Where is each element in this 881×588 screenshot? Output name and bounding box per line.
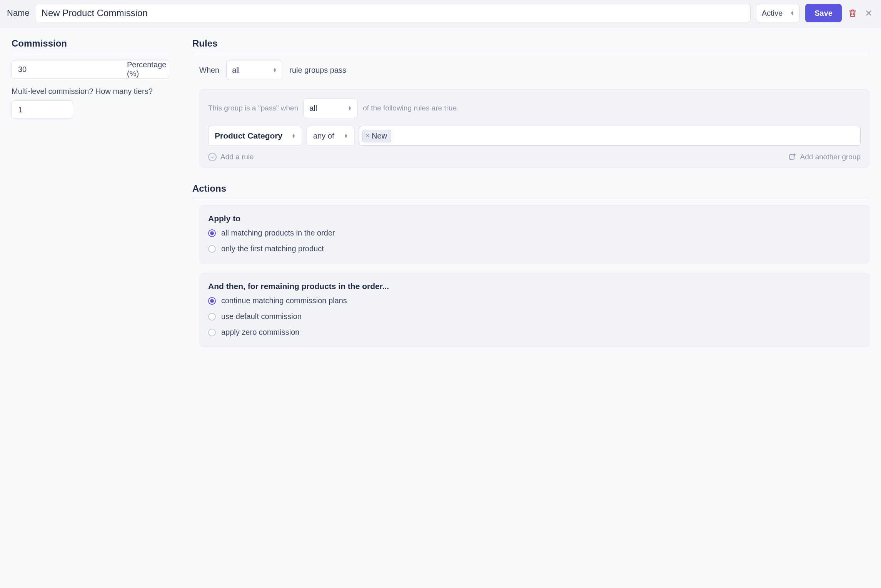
apply-to-heading: Apply to <box>208 214 861 223</box>
status-value: Active <box>762 9 783 18</box>
rule-operator-select[interactable]: any of ▲▼ <box>307 126 354 146</box>
commission-type-label: Percentage (%) <box>127 60 166 78</box>
chevron-updown-icon: ▲▼ <box>344 134 348 138</box>
chevron-updown-icon: ▲▼ <box>273 68 277 72</box>
group-mode-value: all <box>309 104 317 113</box>
chip-label: New <box>372 132 387 140</box>
radio-icon <box>208 313 216 321</box>
group-condition-row: This group is a "pass" when all ▲▼ of th… <box>208 98 861 118</box>
apply-to-option-label: all matching products in the order <box>221 229 335 237</box>
commission-value-input[interactable] <box>12 60 122 78</box>
svg-rect-2 <box>789 155 794 159</box>
commission-section-title: Commission <box>12 38 169 53</box>
radio-icon <box>208 329 216 336</box>
close-button[interactable] <box>863 8 874 18</box>
rule-value-chip[interactable]: ✕ New <box>362 130 391 142</box>
rule-value-input[interactable]: ✕ New <box>359 126 861 146</box>
when-prefix: When <box>199 66 219 75</box>
name-input[interactable] <box>35 4 751 22</box>
commission-amount-row: Percentage (%) ▲▼ <box>12 60 169 79</box>
rules-section-title: Rules <box>192 38 869 53</box>
rule-field-value: Product Category <box>215 131 282 140</box>
commission-type-select[interactable]: Percentage (%) ▲▼ <box>122 60 169 78</box>
then-option-label: continue matching commission plans <box>221 296 347 305</box>
add-group-button[interactable]: Add another group <box>789 153 861 161</box>
rule-field-select[interactable]: Product Category ▲▼ <box>208 126 302 146</box>
then-option-label: apply zero commission <box>221 328 299 337</box>
apply-to-option-all[interactable]: all matching products in the order <box>208 229 861 237</box>
editor-header: Name Active ▲▼ Save <box>0 0 881 27</box>
then-option-zero[interactable]: apply zero commission <box>208 328 861 337</box>
add-rule-button[interactable]: + Add a rule <box>208 153 254 161</box>
tiers-input[interactable] <box>12 100 73 119</box>
apply-to-option-label: only the first matching product <box>221 244 324 253</box>
when-mode-value: all <box>232 66 240 75</box>
add-group-label: Add another group <box>800 153 861 161</box>
when-mode-select[interactable]: all ▲▼ <box>226 60 282 80</box>
save-button[interactable]: Save <box>805 4 842 22</box>
radio-icon <box>208 245 216 253</box>
name-label: Name <box>7 8 30 18</box>
close-icon <box>864 9 873 17</box>
rule-operator-value: any of <box>313 132 334 140</box>
add-group-icon <box>789 153 796 161</box>
then-option-default[interactable]: use default commission <box>208 312 861 321</box>
group-footer: + Add a rule Add another group <box>208 153 861 161</box>
add-rule-label: Add a rule <box>220 153 254 161</box>
rule-row: Product Category ▲▼ any of ▲▼ ✕ New <box>208 126 861 146</box>
group-prefix: This group is a "pass" when <box>208 104 298 112</box>
apply-to-option-first[interactable]: only the first matching product <box>208 244 861 253</box>
group-suffix: of the following rules are true. <box>363 104 459 112</box>
then-option-continue[interactable]: continue matching commission plans <box>208 296 861 305</box>
chip-remove-icon[interactable]: ✕ <box>365 132 370 139</box>
then-heading: And then, for remaining products in the … <box>208 282 861 291</box>
trash-icon <box>848 9 857 17</box>
apply-to-box: Apply to all matching products in the or… <box>199 205 869 264</box>
delete-button[interactable] <box>847 8 858 18</box>
actions-section-title: Actions <box>192 183 869 198</box>
then-box: And then, for remaining products in the … <box>199 273 869 347</box>
chevron-updown-icon: ▲▼ <box>292 134 295 138</box>
rule-group: This group is a "pass" when all ▲▼ of th… <box>199 89 869 168</box>
tiers-question: Multi-level commission? How many tiers? <box>12 87 169 96</box>
status-select[interactable]: Active ▲▼ <box>756 4 800 22</box>
then-option-label: use default commission <box>221 312 302 321</box>
plus-circle-icon: + <box>208 153 217 161</box>
radio-icon <box>208 297 216 305</box>
when-suffix: rule groups pass <box>289 66 346 75</box>
when-clause: When all ▲▼ rule groups pass <box>199 60 869 80</box>
chevron-updown-icon: ▲▼ <box>348 106 352 110</box>
chevron-updown-icon: ▲▼ <box>790 11 794 15</box>
group-mode-select[interactable]: all ▲▼ <box>304 98 357 118</box>
radio-icon <box>208 229 216 237</box>
